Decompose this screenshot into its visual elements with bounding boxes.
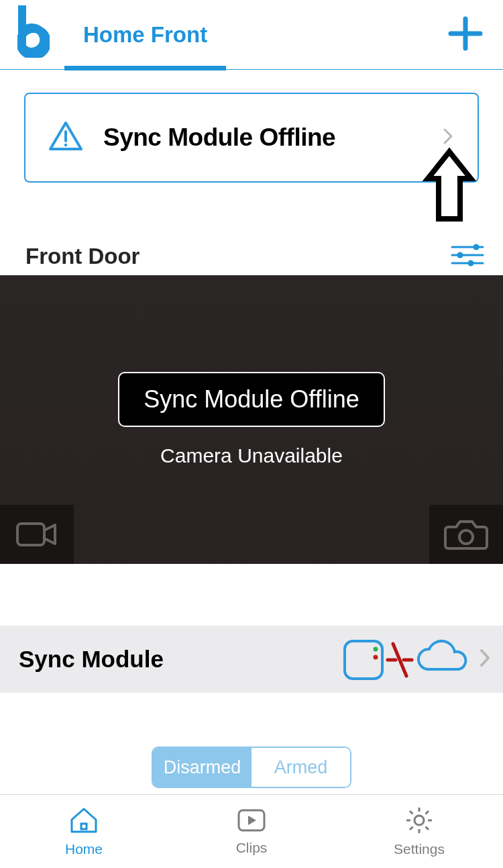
camera-settings-icon[interactable]	[451, 243, 484, 270]
svg-rect-12	[17, 524, 44, 545]
svg-line-28	[410, 811, 413, 814]
clips-icon	[236, 808, 267, 836]
tab-underline	[64, 66, 226, 70]
live-view-button[interactable]	[0, 505, 74, 564]
tab-clips[interactable]: Clips	[168, 795, 335, 868]
armed-label: Armed	[274, 757, 328, 778]
disarmed-label: Disarmed	[164, 757, 241, 778]
app-header: Home Front	[0, 0, 503, 70]
tab-settings-label: Settings	[394, 841, 445, 857]
svg-line-31	[426, 811, 429, 814]
svg-point-11	[468, 260, 474, 267]
sync-module-label: Sync Module	[19, 646, 342, 673]
chevron-right-icon	[479, 648, 491, 671]
svg-point-16	[374, 655, 378, 660]
sync-module-row[interactable]: Sync Module	[0, 626, 503, 693]
tab-home-label: Home	[65, 841, 103, 857]
svg-point-23	[414, 816, 424, 825]
preview-offline-badge: Sync Module Offline	[118, 372, 385, 427]
svg-point-9	[457, 252, 463, 258]
sync-status-icons	[342, 636, 469, 683]
preview-unavailable-text: Camera Unavailable	[160, 444, 343, 467]
add-button[interactable]	[447, 15, 484, 55]
svg-rect-14	[345, 641, 382, 679]
disarmed-option[interactable]: Disarmed	[153, 748, 252, 787]
camera-name: Front Door	[25, 244, 139, 269]
tab-clips-label: Clips	[236, 840, 268, 856]
sync-offline-banner[interactable]: Sync Module Offline	[24, 93, 479, 183]
svg-rect-1	[18, 5, 26, 43]
snapshot-button[interactable]	[429, 505, 503, 564]
app-logo	[17, 5, 50, 60]
svg-point-15	[374, 647, 378, 652]
svg-line-29	[426, 826, 429, 830]
warning-icon	[48, 121, 83, 154]
svg-point-7	[473, 244, 480, 250]
svg-line-30	[410, 826, 413, 830]
svg-point-13	[459, 530, 473, 544]
bottom-tab-bar: Home Clips	[0, 794, 503, 868]
system-tab-label: Home Front	[83, 22, 207, 48]
chevron-right-icon	[443, 128, 453, 148]
camera-preview: Sync Module Offline Camera Unavailable	[0, 275, 503, 564]
banner-text: Sync Module Offline	[103, 124, 335, 152]
svg-point-5	[64, 144, 67, 146]
home-icon	[69, 806, 99, 837]
tab-home[interactable]: Home	[0, 795, 168, 868]
arm-toggle: Disarmed Armed	[0, 746, 503, 788]
camera-header: Front Door	[0, 238, 503, 275]
svg-rect-20	[81, 824, 87, 829]
video-camera-icon	[15, 518, 59, 550]
svg-marker-22	[248, 816, 256, 825]
system-tab[interactable]: Home Front	[64, 0, 226, 70]
camera-icon	[444, 518, 488, 551]
armed-option[interactable]: Armed	[252, 748, 350, 787]
settings-icon	[405, 806, 433, 837]
tab-settings[interactable]: Settings	[335, 795, 503, 868]
